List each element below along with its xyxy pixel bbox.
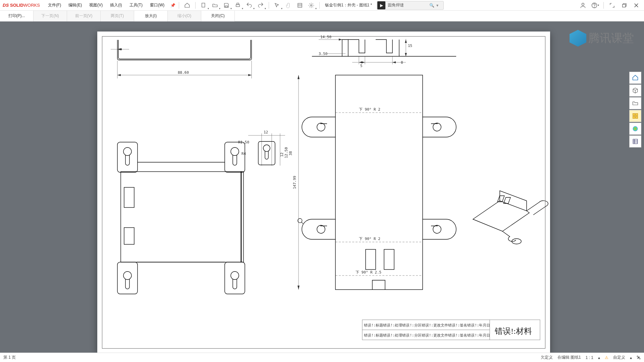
status-warning-icon[interactable]: ⚠	[605, 355, 608, 360]
separator	[269, 2, 269, 9]
svg-marker-17	[248, 74, 252, 76]
svg-rect-68	[633, 116, 635, 119]
status-custom-drop[interactable]: ▴	[630, 355, 632, 360]
titleblock-row1: 错误!:标题错误!:处理错误!:分区错误!:更改文件错误!:签名错误!:年月日	[364, 323, 490, 327]
svg-marker-23	[405, 53, 407, 56]
drawing-canvas[interactable]: 88.60 14.50 15 3.50 5 8	[0, 21, 644, 353]
drawing-geometry: 88.60 14.50 15 3.50 5 8	[97, 32, 550, 353]
svg-rect-67	[636, 114, 638, 116]
watermark: 腾讯课堂	[570, 28, 634, 48]
close-preview-button[interactable]: 关闭(C)	[201, 11, 235, 21]
status-custom[interactable]: 自定义	[613, 355, 625, 360]
svg-point-47	[123, 272, 131, 280]
svg-rect-59	[497, 196, 504, 202]
menu-insert[interactable]: 插入(I)	[107, 2, 124, 8]
dim-147-99: 147.99	[292, 176, 297, 189]
help-icon[interactable]: ▾	[590, 0, 600, 10]
user-icon[interactable]	[578, 0, 588, 10]
svg-point-37	[263, 145, 270, 152]
search-icon[interactable]: 🔍	[429, 3, 434, 8]
svg-rect-1	[225, 6, 228, 7]
redo-icon[interactable]	[256, 1, 265, 10]
dim-8: 8	[401, 60, 403, 65]
dim-3-50: 3.50	[319, 52, 328, 56]
print-icon[interactable]	[233, 1, 243, 10]
status-network-icon[interactable]: 🛰	[637, 355, 641, 360]
status-scale[interactable]: 1 : 1	[586, 355, 593, 360]
app-logo: DS SOLIDWORKS	[3, 3, 40, 8]
menu-view[interactable]: 视图(V)	[87, 2, 105, 8]
settings-icon[interactable]	[307, 1, 316, 10]
status-page: 第 1 页	[3, 355, 16, 360]
svg-point-41	[231, 147, 239, 156]
zoom-out-button: 缩小(O)	[168, 11, 201, 21]
dim-14-50: 14.50	[320, 35, 331, 39]
status-scale-drop[interactable]: ▴	[598, 355, 600, 360]
svg-rect-69	[636, 116, 638, 119]
titleblock-material: 错误!:材料	[494, 327, 532, 336]
svg-marker-22	[405, 40, 407, 43]
dim-88-60: 88.60	[178, 70, 189, 75]
pane-appearances-icon[interactable]	[629, 123, 641, 135]
select-icon[interactable]	[272, 1, 282, 10]
undo-icon[interactable]	[245, 1, 254, 10]
bend-note-2: 下 90° R 2	[359, 237, 380, 241]
two-page-button: 两页(T)	[101, 11, 134, 21]
command-icon: ▶	[377, 1, 385, 9]
bend-note-1: 下 90° R 2	[359, 107, 380, 112]
status-undefined: 欠定义	[541, 355, 553, 360]
svg-rect-38	[117, 142, 138, 172]
pane-file-explorer-icon[interactable]	[629, 97, 641, 109]
menu-tools[interactable]: 工具(T)	[127, 2, 145, 8]
svg-rect-4	[298, 3, 302, 7]
zoom-in-button[interactable]: 放大(I)	[134, 11, 168, 21]
svg-rect-46	[117, 262, 138, 294]
pane-view-palette-icon[interactable]	[629, 110, 641, 122]
expand-icon[interactable]	[607, 0, 617, 10]
save-icon[interactable]	[222, 1, 231, 10]
svg-rect-42	[121, 172, 241, 262]
open-icon[interactable]	[210, 1, 220, 10]
home-icon[interactable]	[182, 1, 192, 10]
new-icon[interactable]	[199, 1, 208, 10]
svg-marker-20	[339, 39, 342, 41]
svg-rect-45	[124, 228, 134, 244]
list-icon[interactable]	[295, 1, 305, 10]
separator	[179, 2, 179, 9]
dim-12b: 12	[280, 153, 284, 157]
svg-rect-48	[225, 262, 245, 294]
pin-icon[interactable]: 📌	[170, 3, 175, 8]
menu-file[interactable]: 文件(F)	[45, 2, 64, 8]
dim-15: 15	[408, 44, 412, 48]
document-title: 钣金引例1：外壳 - 图纸1 *	[325, 2, 372, 8]
status-editing: 在编辑 图纸1	[557, 355, 581, 360]
svg-marker-52	[298, 286, 300, 290]
pane-properties-icon[interactable]	[629, 135, 641, 147]
prev-page-button: 前一页(V)	[67, 11, 101, 21]
svg-rect-56	[366, 249, 376, 269]
svg-point-6	[582, 3, 584, 5]
restore-icon[interactable]	[619, 0, 629, 10]
separator	[319, 2, 320, 9]
search-input[interactable]	[386, 3, 429, 8]
bend-note-3: 下 90° R 2.5	[356, 270, 381, 275]
svg-marker-30	[362, 61, 365, 63]
svg-rect-2	[236, 4, 240, 6]
svg-rect-3	[237, 3, 239, 5]
menubar: DS SOLIDWORKS 文件(F) 编辑(E) 视图(V) 插入(I) 工具…	[0, 0, 644, 11]
dim-12: 12	[264, 130, 268, 134]
menu-window[interactable]: 窗口(W)	[147, 2, 167, 8]
menu-edit[interactable]: 编辑(E)	[66, 2, 85, 8]
svg-rect-9	[623, 4, 626, 7]
chevron-down-icon[interactable]: ▾	[436, 3, 438, 8]
svg-marker-51	[298, 75, 300, 79]
attach-icon[interactable]	[284, 1, 293, 10]
dim-r4: R4	[241, 152, 246, 156]
separator	[195, 2, 196, 9]
pane-resources-icon[interactable]	[629, 84, 641, 97]
search-box[interactable]: ▶ 🔍 ▾	[377, 1, 444, 10]
close-icon[interactable]	[631, 0, 641, 10]
print-button[interactable]: 打印(P)...	[0, 11, 34, 21]
svg-rect-66	[633, 114, 635, 116]
pane-home-icon[interactable]	[629, 72, 641, 84]
